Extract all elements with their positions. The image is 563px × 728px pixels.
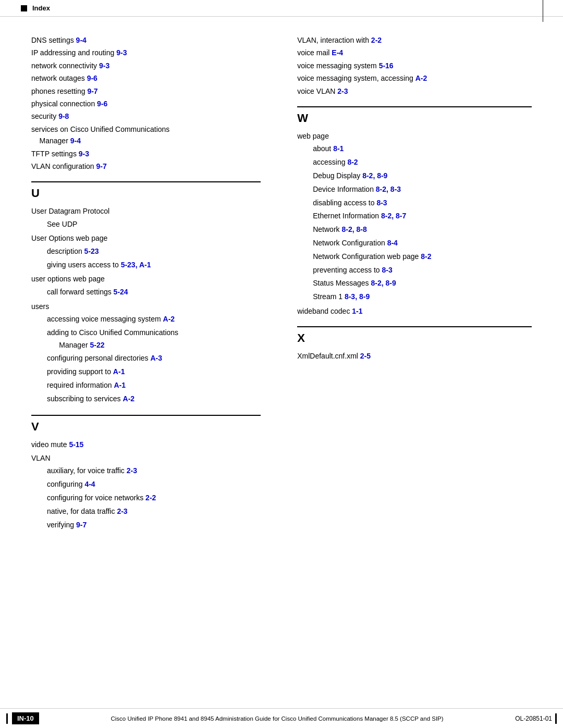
list-item: voice mail E-4 xyxy=(297,47,532,58)
left-column: DNS settings 9-4 IP addressing and routi… xyxy=(31,27,271,533)
list-item: Network 8-2, 8-8 xyxy=(297,224,532,236)
top-entries-right: VLAN, interaction with 2-2 voice mail E-… xyxy=(297,34,532,97)
entry-group-xml: XmlDefault.cnf.xml 2-5 xyxy=(297,350,532,362)
section-divider-v xyxy=(31,415,261,416)
footer-right: OL-20851-01 xyxy=(515,713,557,724)
list-item: physical connection 9-6 xyxy=(31,98,261,109)
list-item: configuring for voice networks 2-2 xyxy=(31,492,261,504)
entry-group-wideband: wideband codec 1-1 xyxy=(297,305,532,317)
list-item: voice VLAN 2-3 xyxy=(297,85,532,97)
list-item: services on Cisco Unified Communications… xyxy=(31,124,261,147)
list-item: user options web page xyxy=(31,273,261,285)
list-item: See UDP xyxy=(31,218,261,231)
list-item: verifying 9-7 xyxy=(31,519,261,532)
entry-group-web-page: web page about 8-1 accessing 8-2 Debug D… xyxy=(297,130,532,303)
entry-group-users: users accessing voice messaging system A… xyxy=(31,301,261,405)
list-item: XmlDefault.cnf.xml 2-5 xyxy=(297,350,532,362)
list-item: Status Messages 8-2, 8-9 xyxy=(297,277,532,290)
right-border-line xyxy=(543,0,543,22)
list-item: native, for data traffic 2-3 xyxy=(31,505,261,518)
list-item: web page xyxy=(297,130,532,142)
list-item: voice messaging system, accessing A-2 xyxy=(297,72,532,84)
list-item: VLAN, interaction with 2-2 xyxy=(297,34,532,46)
list-item: giving users access to 5-23, A-1 xyxy=(31,259,261,272)
list-item: users xyxy=(31,301,261,312)
section-divider-w xyxy=(297,106,532,107)
list-item: VLAN xyxy=(31,452,261,464)
required-information-entry: required information A-1 xyxy=(31,379,261,392)
list-item: wideband codec 1-1 xyxy=(297,305,532,317)
list-item: IP addressing and routing 9-3 xyxy=(31,47,261,58)
list-item: disabling access to 8-3 xyxy=(297,197,532,209)
list-item: auxiliary, for voice traffic 2-3 xyxy=(31,465,261,477)
list-item: accessing voice messaging system A-2 xyxy=(31,313,261,326)
footer: IN-10 Cisco Unified IP Phone 8941 and 89… xyxy=(0,708,563,728)
list-item: description 5-23 xyxy=(31,245,261,258)
list-item: configuring 4-4 xyxy=(31,478,261,491)
entry-group-user-options-web-lower: user options web page call forward setti… xyxy=(31,273,261,298)
list-item: call forward settings 5-24 xyxy=(31,286,261,299)
list-item: providing support to A-1 xyxy=(31,366,261,378)
list-item: voice messaging system 5-16 xyxy=(297,60,532,71)
top-bar-square xyxy=(21,5,27,11)
entry-group-udp: User Datagram Protocol See UDP xyxy=(31,205,261,230)
list-item: TFTP settings 9-3 xyxy=(31,148,261,159)
section-divider-u xyxy=(31,181,261,182)
list-item: VLAN configuration 9-7 xyxy=(31,161,261,172)
list-item: Debug Display 8-2, 8-9 xyxy=(297,170,532,182)
list-item: phones resetting 9-7 xyxy=(31,85,261,97)
footer-left: IN-10 xyxy=(6,712,39,724)
list-item: network connectivity 9-3 xyxy=(31,60,261,71)
footer-doc-num: OL-20851-01 xyxy=(515,715,552,722)
footer-divider-left xyxy=(6,713,8,724)
list-item: Network Configuration 8-4 xyxy=(297,237,532,250)
list-item: video mute 5-15 xyxy=(31,439,261,450)
entry-group-user-options-web: User Options web page description 5-23 g… xyxy=(31,232,261,271)
list-item: security 9-8 xyxy=(31,110,261,122)
footer-page-number: IN-10 xyxy=(12,712,39,724)
entry-group-video-mute: video mute 5-15 xyxy=(31,439,261,450)
section-letter-x: X xyxy=(297,331,532,345)
list-item: preventing access to 8-3 xyxy=(297,264,532,277)
top-bar-title: Index xyxy=(32,4,50,12)
top-bar: Index xyxy=(0,0,563,17)
page-container: Index DNS settings 9-4 IP addressing and… xyxy=(0,0,563,728)
section-letter-u: U xyxy=(31,187,261,200)
top-entries-left: DNS settings 9-4 IP addressing and routi… xyxy=(31,34,261,172)
list-item: subscribing to services A-2 xyxy=(31,393,261,405)
right-column: VLAN, interaction with 2-2 voice mail E-… xyxy=(292,27,532,533)
section-letter-w: W xyxy=(297,112,532,125)
footer-divider-right xyxy=(555,713,557,724)
list-item: Network Configuration web page 8-2 xyxy=(297,251,532,263)
footer-center-text: Cisco Unified IP Phone 8941 and 8945 Adm… xyxy=(39,715,515,722)
list-item: accessing 8-2 xyxy=(297,156,532,169)
list-item: adding to Cisco Unified Communications M… xyxy=(31,327,261,352)
main-content: DNS settings 9-4 IP addressing and routi… xyxy=(0,17,563,575)
section-divider-x xyxy=(297,326,532,327)
list-item: about 8-1 xyxy=(297,143,532,155)
list-item: Stream 1 8-3, 8-9 xyxy=(297,291,532,303)
entry-group-vlan: VLAN auxiliary, for voice traffic 2-3 co… xyxy=(31,452,261,531)
section-letter-v: V xyxy=(31,420,261,434)
list-item: configuring personal directories A-3 xyxy=(31,352,261,365)
list-item: network outages 9-6 xyxy=(31,72,261,84)
list-item: Device Information 8-2, 8-3 xyxy=(297,183,532,196)
list-item: User Options web page xyxy=(31,232,261,244)
list-item: DNS settings 9-4 xyxy=(31,34,261,46)
list-item: Ethernet Information 8-2, 8-7 xyxy=(297,210,532,223)
list-item: User Datagram Protocol xyxy=(31,205,261,217)
